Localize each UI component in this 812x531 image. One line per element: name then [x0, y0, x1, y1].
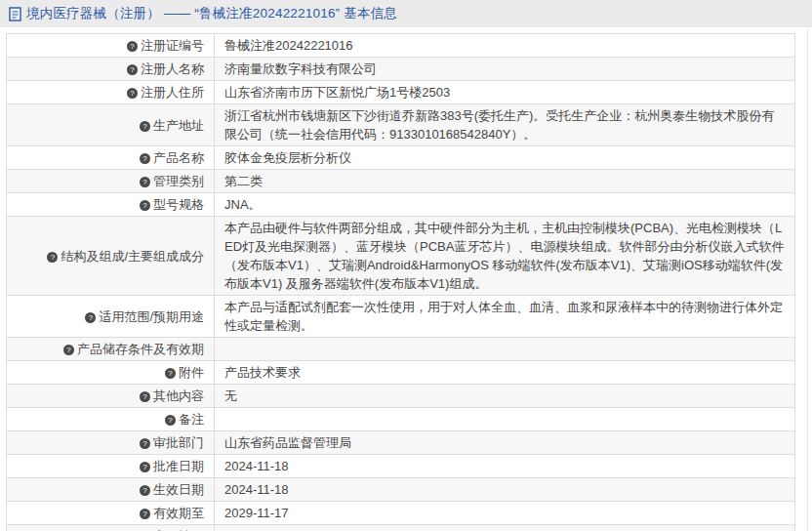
note-icon — [140, 121, 150, 132]
row-value — [215, 525, 795, 531]
table-row: 结构及组成/主要组成成分 本产品由硬件与软件两部分组成，其中硬件部分为主机，主机… — [7, 217, 795, 296]
page-header: 境内医疗器械（注册） —— “鲁械注准20242221016” 基本信息 — [0, 0, 812, 27]
note-icon — [140, 509, 150, 519]
table-row: 有效期至 2029-11-17 — [7, 502, 795, 525]
note-icon — [140, 485, 150, 496]
note-icon — [140, 177, 150, 187]
row-value: 济南量欣数字科技有限公司 — [215, 58, 795, 81]
table-row: 产品名称 胶体金免疫层析分析仪 — [7, 146, 795, 170]
row-label: 批准日期 — [7, 455, 215, 478]
row-value: 胶体金免疫层析分析仪 — [215, 146, 795, 170]
table-row: 注册证编号 鲁械注准20242221016 — [7, 34, 795, 58]
note-icon — [140, 438, 150, 449]
note-icon — [127, 41, 138, 52]
table-row: 适用范围/预期用途 本产品与适配试剂配套一次性使用，用于对人体全血、血清、血浆和… — [7, 296, 795, 338]
row-value: 2024-11-18 — [215, 455, 795, 478]
row-value — [215, 338, 795, 361]
note-icon — [165, 415, 176, 426]
page-title: 境内医疗器械（注册） —— “鲁械注准20242221016” 基本信息 — [26, 5, 397, 22]
note-icon — [165, 368, 176, 379]
table-row: 其他内容 无 — [7, 385, 795, 408]
document-icon — [9, 7, 21, 21]
row-label: 其他内容 — [7, 385, 215, 408]
row-label: 变更情况 — [7, 525, 215, 531]
table-row: 变更情况 — [7, 525, 795, 531]
row-value: JNA。 — [215, 193, 795, 217]
row-label: 附件 — [7, 361, 215, 385]
note-icon — [140, 391, 150, 402]
table-row: 附件 产品技术要求 — [7, 361, 795, 385]
row-label: 生产地址 — [7, 104, 215, 146]
note-icon — [140, 200, 150, 211]
row-label: 生效日期 — [7, 478, 215, 502]
row-label: 注册人名称 — [7, 58, 215, 81]
row-label: 适用范围/预期用途 — [7, 296, 215, 338]
row-label: 注册人住所 — [7, 81, 215, 104]
row-label: 审批部门 — [7, 431, 215, 455]
table-row: 生产地址 浙江省杭州市钱塘新区下沙街道乔新路383号(委托生产)。受托生产企业：… — [7, 104, 795, 146]
row-value: 山东省济南市历下区新悦广场1号楼2503 — [215, 81, 795, 104]
note-icon — [63, 345, 74, 355]
row-value: 2024-11-18 — [215, 478, 795, 502]
row-label: 备注 — [7, 408, 215, 431]
table-row: 批准日期 2024-11-18 — [7, 455, 795, 478]
row-label: 结构及组成/主要组成成分 — [7, 217, 215, 296]
row-label: 产品储存条件及有效期 — [7, 338, 215, 361]
table-row: 生效日期 2024-11-18 — [7, 478, 795, 502]
table-row: 产品储存条件及有效期 — [7, 338, 795, 361]
row-label: 注册证编号 — [7, 34, 215, 58]
row-value: 浙江省杭州市钱塘新区下沙街道乔新路383号(委托生产)。受托生产企业：杭州奥泰生… — [215, 104, 795, 146]
note-icon — [127, 64, 138, 75]
table-row: 管理类别 第二类 — [7, 170, 795, 193]
page-edge-divider — [807, 29, 808, 531]
row-value: 无 — [215, 385, 795, 408]
row-value — [215, 408, 795, 431]
table-row: 注册人住所 山东省济南市历下区新悦广场1号楼2503 — [7, 81, 795, 104]
table-row: 审批部门 山东省药品监督管理局 — [7, 431, 795, 455]
table-row: 注册人名称 济南量欣数字科技有限公司 — [7, 58, 795, 81]
info-table-body: 注册证编号 鲁械注准20242221016 注册人名称 济南量欣数字科技有限公司… — [7, 34, 795, 531]
row-value: 2029-11-17 — [215, 502, 795, 525]
row-label: 管理类别 — [7, 170, 215, 193]
row-value: 山东省药品监督管理局 — [215, 431, 795, 455]
table-row: 型号规格 JNA。 — [7, 193, 795, 217]
note-icon — [127, 88, 138, 99]
note-icon — [140, 153, 150, 164]
note-icon — [140, 462, 150, 472]
row-label: 产品名称 — [7, 146, 215, 170]
row-label: 型号规格 — [7, 193, 215, 217]
row-value: 鲁械注准20242221016 — [215, 34, 795, 58]
row-value: 第二类 — [215, 170, 795, 193]
table-row: 备注 — [7, 408, 795, 431]
row-value: 本产品与适配试剂配套一次性使用，用于对人体全血、血清、血浆和尿液样本中的待测物进… — [215, 296, 795, 338]
registration-info-table: 注册证编号 鲁械注准20242221016 注册人名称 济南量欣数字科技有限公司… — [6, 33, 795, 531]
note-icon — [47, 252, 58, 263]
row-label: 有效期至 — [7, 502, 215, 525]
row-value: 本产品由硬件与软件两部分组成，其中硬件部分为主机，主机由控制模块(PCBA)、光… — [215, 217, 795, 296]
note-icon — [85, 312, 96, 323]
row-value: 产品技术要求 — [215, 361, 795, 385]
